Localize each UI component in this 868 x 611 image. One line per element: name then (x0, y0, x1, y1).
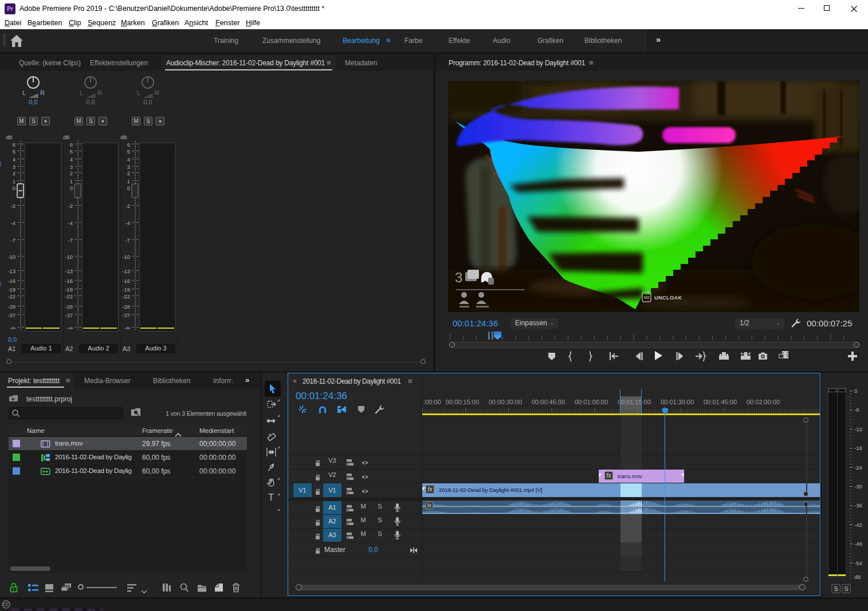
svg-text:3: 3 (455, 270, 462, 285)
svg-text:UNCLOAK: UNCLOAK (654, 295, 682, 301)
svg-text:M2: M2 (644, 295, 650, 299)
